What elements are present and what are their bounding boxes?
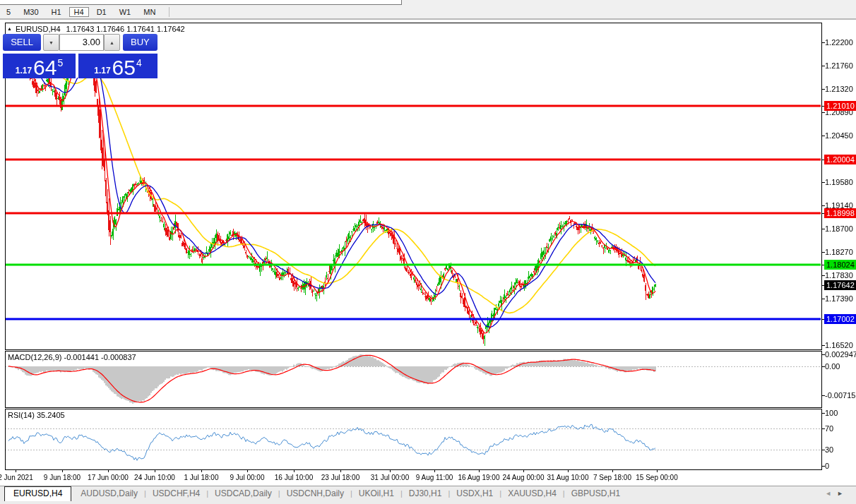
rsi-indicator-label: RSI(14) 35.2405 [8, 411, 65, 419]
rsi-tick-label: 0 [825, 461, 829, 471]
level-price-label: 1.20004 [824, 155, 856, 164]
macd-indicator-label: MACD(12,26,9) -0.001441 -0.000837 [8, 353, 136, 361]
chart-tab-ukoil[interactable]: UKOil,H1 [352, 486, 400, 500]
trade-panel-controls: SELL ▼ 3.00 ▲ BUY [3, 34, 157, 51]
time-tick-label: 15 Sep 00:00 [629, 474, 685, 481]
price-tick-label: 1.18700 [825, 224, 853, 234]
price-tick-label: 1.21320 [825, 84, 853, 94]
chart-tab-usdx[interactable]: USDX,H1 [450, 486, 499, 500]
price-tick-label: 1.18270 [825, 247, 853, 257]
level-price-label: 1.18024 [824, 260, 856, 270]
one-click-trading-panel: SELL ▼ 3.00 ▲ BUY 1.17645 1.17654 [3, 34, 157, 78]
tab-scroll-arrows: ◄► [825, 490, 849, 497]
chart-tab-usdchf[interactable]: USDCHF,H4 [146, 486, 206, 500]
price-tick-label: 1.22200 [825, 37, 853, 47]
current-price-label: 1.17642 [824, 280, 856, 290]
chart-header: ▲EURUSD,H41.17643 1.17646 1.17641 1.1764… [7, 25, 185, 33]
macd-tick-label: 0.002947 [825, 349, 856, 359]
chart-symbol-label: EURUSD,H4 [16, 25, 61, 33]
buy-price-digits: 65 [112, 57, 136, 78]
chart-tab-audusd[interactable]: AUDUSD,Daily [74, 486, 144, 500]
price-tick-label: 1.21760 [825, 61, 853, 71]
sell-price-prefix: 1.17 [16, 66, 32, 76]
price-tick-label: 1.17390 [825, 294, 853, 304]
sell-price-display[interactable]: 1.17645 [3, 53, 76, 78]
chart-tab-eurusd[interactable]: EURUSD,H4 [4, 486, 71, 501]
macd-tick-label: -0.007151 [825, 390, 856, 400]
chevron-down-icon: ▼ [49, 40, 54, 45]
sell-price-pip: 5 [57, 57, 63, 68]
trade-panel-prices: 1.17645 1.17654 [3, 53, 157, 78]
tab-scroll-left-icon[interactable]: ◄ [825, 490, 837, 497]
chart-ohlc-values: 1.17643 1.17646 1.17641 1.17642 [66, 25, 185, 33]
mt4-window: 5M30H1H4D1W1MN ▲EURUSD,H41.17643 1.17646… [0, 0, 856, 504]
chart-tab-usdcnh[interactable]: USDCNH,Daily [280, 486, 350, 500]
price-tick-label: 1.19580 [825, 177, 853, 187]
collapse-panel-icon[interactable]: ▲ [7, 26, 12, 31]
rsi-tick-label: 70 [825, 424, 833, 433]
chevron-up-icon: ▲ [109, 40, 114, 45]
chart-tab-bar: EURUSD,H4AUDUSD,Daily|USDCHF,H4|USDCAD,D… [0, 486, 856, 504]
sell-price-digits: 64 [33, 57, 57, 78]
tab-scroll-right-icon[interactable]: ► [837, 490, 849, 497]
sell-button[interactable]: SELL [3, 34, 41, 51]
chart-tabs: EURUSD,H4AUDUSD,Daily|USDCHF,H4|USDCAD,D… [4, 486, 626, 500]
volume-input[interactable]: 3.00 [59, 34, 104, 51]
level-price-label: 1.17002 [824, 314, 856, 324]
time-tick-label: 23 Jul 18:00 [312, 474, 369, 481]
macd-tick-label: 0.00 [825, 361, 840, 371]
price-tick-label: 1.20450 [825, 131, 853, 140]
price-tick-label: 1.16520 [825, 340, 853, 350]
buy-price-display[interactable]: 1.17654 [78, 53, 157, 78]
rsi-tick-label: 30 [825, 445, 833, 455]
rsi-tick-label: 100 [825, 408, 838, 418]
chart-tab-gbpusd[interactable]: GBPUSD,H1 [565, 486, 626, 500]
volume-increase-button[interactable]: ▲ [104, 34, 120, 51]
chart-tab-usdcad[interactable]: USDCAD,Daily [208, 486, 278, 500]
buy-price-pip: 4 [136, 57, 142, 68]
chart-tab-dj30[interactable]: DJ30,H1 [403, 486, 448, 500]
buy-price-prefix: 1.17 [94, 66, 110, 76]
buy-button[interactable]: BUY [123, 34, 157, 51]
price-tick-label: 1.17830 [825, 270, 853, 280]
level-price-label: 1.18998 [824, 208, 856, 218]
level-price-label: 1.21010 [824, 101, 856, 111]
chart-tab-xauusd[interactable]: XAUUSD,H4 [501, 486, 563, 500]
volume-decrease-button[interactable]: ▼ [43, 34, 59, 51]
